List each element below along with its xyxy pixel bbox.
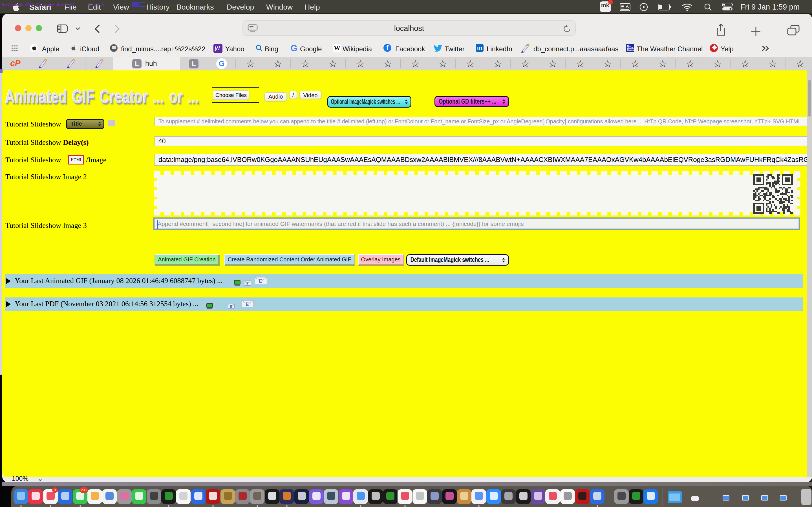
svg-text:E: E	[246, 282, 248, 285]
svg-text:E: E	[259, 279, 262, 284]
svg-text:E: E	[230, 305, 232, 308]
svg-text:E: E	[246, 302, 249, 307]
